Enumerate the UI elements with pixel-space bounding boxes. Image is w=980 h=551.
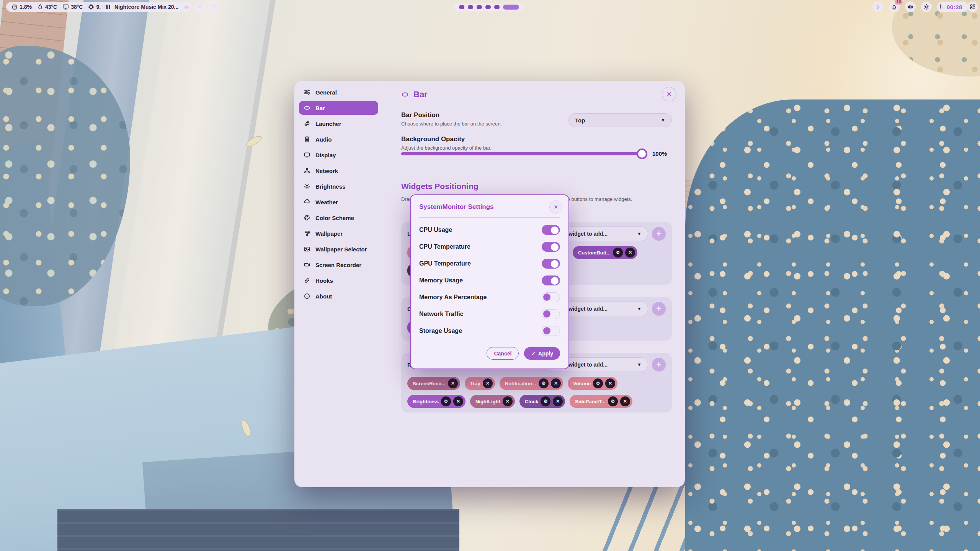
sidebar-item-weather[interactable]: Weather xyxy=(299,195,378,209)
workspace-dot[interactable] xyxy=(485,5,491,9)
sidebar-item-network[interactable]: Network xyxy=(299,164,378,178)
close-icon: ✕ xyxy=(451,381,455,386)
sidebar-item-bar[interactable]: Bar xyxy=(299,101,378,115)
chip-remove-button[interactable]: ✕ xyxy=(605,378,615,388)
cpu-usage-toggle[interactable] xyxy=(542,225,560,235)
sidebar-label: Launcher xyxy=(315,121,341,127)
window-close-button[interactable]: ✕ xyxy=(662,87,676,101)
notifications-button[interactable]: 10 xyxy=(889,2,900,12)
chip-remove-button[interactable]: ✕ xyxy=(483,378,493,388)
workspaces-indicator[interactable] xyxy=(454,3,524,11)
toggle-row-gpu-temperature: GPU Temperature xyxy=(419,255,560,272)
heart-button-2[interactable]: ♡ xyxy=(209,2,219,12)
cpu-temperature-toggle[interactable] xyxy=(542,242,560,252)
chip-settings-button[interactable]: ⚙ xyxy=(441,396,451,406)
chip-remove-button[interactable]: ✕ xyxy=(625,248,635,258)
volume-button[interactable] xyxy=(905,2,916,12)
sidebar-item-about[interactable]: About xyxy=(299,289,378,303)
top-bar: 1.8% 43°C 38°C 9.7G Nightcore Music Mix … xyxy=(0,0,980,14)
close-icon: ✕ xyxy=(506,399,510,404)
chip-settings-button[interactable]: ⚙ xyxy=(541,396,550,406)
media-player-pill[interactable]: Nightcore Music Mix 20... xyxy=(100,2,184,12)
sun-icon xyxy=(304,183,310,190)
workspace-dot[interactable] xyxy=(459,5,464,9)
gpu-temperature-toggle[interactable] xyxy=(542,259,560,269)
heart-icon: ♡ xyxy=(212,4,217,10)
oval-icon xyxy=(401,91,409,98)
left-add-widget-button[interactable]: + xyxy=(652,227,666,241)
chip-settings-button[interactable]: ⚙ xyxy=(613,248,623,258)
chip-remove-button[interactable]: ✕ xyxy=(453,396,463,406)
gear-icon: ⚙ xyxy=(544,399,548,404)
volume-icon xyxy=(907,4,914,10)
sidebar-item-brightness[interactable]: Brightness xyxy=(299,179,378,193)
sidebar-item-color-scheme[interactable]: Color Scheme xyxy=(299,211,378,225)
chip-icon xyxy=(88,4,94,10)
widget-chip-clock[interactable]: Clock ⚙ ✕ xyxy=(519,395,565,408)
gear-icon: ⚙ xyxy=(444,399,448,404)
image-icon xyxy=(304,246,310,253)
widget-chip-sidepanel[interactable]: SidePanelT... ⚙ ✕ xyxy=(570,395,632,408)
link-icon xyxy=(304,277,310,284)
widget-chip-custombutton[interactable]: CustomButt... ⚙ ✕ xyxy=(573,246,637,259)
sidebar-label: Audio xyxy=(315,136,332,143)
widget-chip-volume[interactable]: Volume ⚙ ✕ xyxy=(568,377,617,390)
chip-remove-button[interactable]: ✕ xyxy=(553,396,563,406)
chip-remove-button[interactable]: ✕ xyxy=(503,396,513,406)
workspace-dot[interactable] xyxy=(477,5,482,9)
storage-usage-toggle[interactable] xyxy=(542,326,560,336)
chip-settings-button[interactable]: ⚙ xyxy=(608,396,618,406)
chip-settings-button[interactable]: ⚙ xyxy=(539,378,549,388)
sidebar-item-display[interactable]: Display xyxy=(299,148,378,162)
modal-close-button[interactable]: ✕ xyxy=(549,201,562,214)
sidebar-label: Bar xyxy=(315,105,325,111)
memory-as-percentage-toggle[interactable] xyxy=(542,292,560,302)
toggle-knob xyxy=(551,260,559,268)
system-stats-pill[interactable]: 1.8% 43°C 38°C 9.7G xyxy=(6,2,113,12)
workspace-active[interactable] xyxy=(503,5,519,10)
heart-button[interactable]: ♡ xyxy=(195,2,206,12)
memory-usage-toggle[interactable] xyxy=(542,276,560,285)
sidebar-item-audio[interactable]: Audio xyxy=(299,132,378,146)
widget-chip-notification[interactable]: Notification... ⚙ ✕ xyxy=(500,377,563,390)
modal-title: SystemMonitor Settings xyxy=(419,203,494,211)
chip-remove-button[interactable]: ✕ xyxy=(620,396,630,406)
chip-remove-button[interactable]: ✕ xyxy=(448,378,458,388)
chip-remove-button[interactable]: ✕ xyxy=(551,378,561,388)
modal-header: SystemMonitor Settings ✕ xyxy=(411,195,568,217)
flame-icon xyxy=(37,4,43,10)
workspace-dot[interactable] xyxy=(468,5,473,9)
apply-button[interactable]: ✓ Apply xyxy=(524,347,560,360)
sidebar-item-wallpaper[interactable]: Wallpaper xyxy=(299,227,378,240)
sidebar-item-launcher[interactable]: Launcher xyxy=(299,117,378,130)
clock-widget[interactable]: 00:28 xyxy=(941,2,968,12)
palette-icon xyxy=(304,214,310,221)
chip-settings-button[interactable]: ⚙ xyxy=(593,378,603,388)
sidebar-item-screen-recorder[interactable]: Screen Recorder xyxy=(299,258,378,272)
right-add-widget-button[interactable]: + xyxy=(652,358,666,372)
bar-position-dropdown[interactable]: Top ▼ xyxy=(568,113,672,127)
display-icon xyxy=(62,4,69,10)
gear-icon: ⚙ xyxy=(611,399,615,404)
skull-button[interactable]: ☠ xyxy=(181,2,192,12)
dashboard-button[interactable] xyxy=(967,2,978,12)
toggle-row-storage-usage: Storage Usage xyxy=(419,323,560,339)
brightness-button[interactable] xyxy=(921,2,932,12)
network-traffic-toggle[interactable] xyxy=(542,309,560,319)
toggle-row-memory-usage: Memory Usage xyxy=(419,272,560,289)
slider-handle[interactable] xyxy=(637,148,647,159)
sidebar-item-general[interactable]: General xyxy=(299,85,378,99)
workspace-dot[interactable] xyxy=(494,5,500,9)
notifications-badge: 10 xyxy=(895,0,903,5)
widget-chip-nightlight[interactable]: NightLight ✕ xyxy=(470,395,515,408)
center-add-widget-button[interactable]: + xyxy=(652,302,666,316)
background-opacity-slider[interactable] xyxy=(401,152,648,155)
widget-chip-screenrecorder[interactable]: ScreenReco... ✕ xyxy=(407,377,460,390)
tray-app-button[interactable] xyxy=(872,2,883,12)
background-opacity-description: Adjust the background opacity of the bar… xyxy=(401,145,492,151)
sidebar-item-wallpaper-selector[interactable]: Wallpaper Selector xyxy=(299,242,378,256)
widget-chip-brightness[interactable]: Brightness ⚙ ✕ xyxy=(407,395,466,408)
widget-chip-tray[interactable]: Tray ✕ xyxy=(465,377,495,390)
cancel-button[interactable]: Cancel xyxy=(487,347,519,360)
sidebar-item-hooks[interactable]: Hooks xyxy=(299,274,378,287)
